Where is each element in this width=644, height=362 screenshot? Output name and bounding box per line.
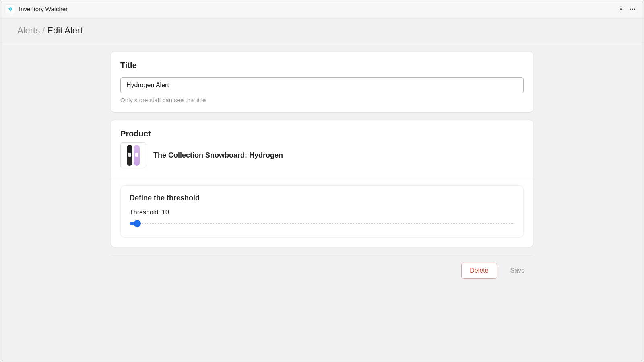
save-button[interactable]: Save [502, 263, 533, 279]
threshold-label: Threshold: 10 [130, 209, 514, 216]
product-row: The Collection Snowboard: Hydrogen [111, 142, 533, 177]
breadcrumb-current: Edit Alert [47, 25, 83, 36]
svg-point-2 [634, 8, 635, 10]
pin-button[interactable] [615, 4, 627, 15]
title-heading: Title [120, 61, 524, 70]
threshold-subcard: Define the threshold Threshold: 10 [120, 185, 524, 237]
svg-point-0 [630, 8, 631, 10]
threshold-heading: Define the threshold [130, 194, 514, 202]
app-logo-icon [6, 5, 15, 14]
breadcrumb-separator: / [42, 25, 45, 36]
product-card: Product The Collection Snowboard: Hydrog… [111, 120, 533, 247]
breadcrumb-parent[interactable]: Alerts [17, 25, 40, 36]
page-header: Alerts / Edit Alert [0, 18, 644, 43]
product-name: The Collection Snowboard: Hydrogen [153, 151, 283, 160]
app-bar: Inventory Watcher [0, 0, 644, 18]
svg-point-1 [632, 8, 633, 10]
title-input[interactable] [120, 77, 524, 93]
threshold-slider[interactable] [130, 220, 514, 227]
more-button[interactable] [627, 4, 638, 15]
more-horizontal-icon [629, 6, 636, 13]
slider-thumb[interactable] [134, 220, 141, 227]
title-card: Title Only store staff can see this titl… [111, 52, 533, 112]
title-help-text: Only store staff can see this title [120, 97, 524, 103]
delete-button[interactable]: Delete [461, 263, 497, 279]
snowboard-icon [127, 145, 140, 166]
page-content: Title Only store staff can see this titl… [0, 43, 644, 362]
threshold-value: 10 [162, 209, 169, 216]
product-thumbnail [120, 142, 146, 168]
slider-rail [130, 223, 514, 225]
gem-icon [8, 6, 13, 12]
app-title: Inventory Watcher [19, 6, 68, 12]
action-bar: Delete Save [111, 255, 533, 279]
pin-icon [617, 6, 625, 13]
product-heading: Product [120, 129, 524, 138]
